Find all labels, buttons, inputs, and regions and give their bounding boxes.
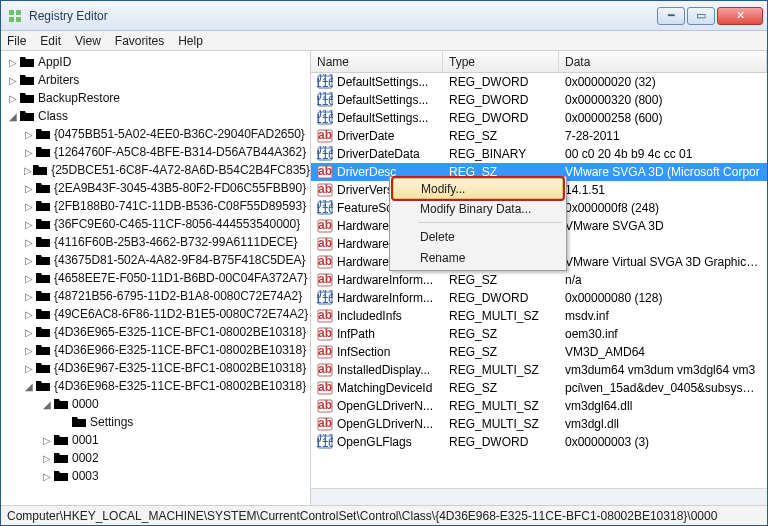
value-row[interactable]: OpenGLDriverN...REG_MULTI_SZvm3dgl.dll [311, 415, 767, 433]
value-row[interactable]: MatchingDeviceIdREG_SZpci\ven_15ad&dev_0… [311, 379, 767, 397]
minimize-button[interactable]: ━ [657, 7, 685, 25]
value-row[interactable]: DriverDateREG_SZ7-28-2011 [311, 127, 767, 145]
value-row[interactable]: HardwareInform...REG_SZn/a [311, 271, 767, 289]
tree-key-2[interactable]: ▷0001 [3, 431, 310, 449]
tree-root-0[interactable]: ▷AppID [3, 53, 310, 71]
tree-class-child-6[interactable]: ▷{4116F60B-25B3-4662-B732-99A6111DECE} [3, 233, 310, 251]
value-row[interactable]: InfSectionREG_SZVM3D_AMD64 [311, 343, 767, 361]
tree-class-child-11[interactable]: ▷{4D36E965-E325-11CE-BFC1-08002BE10318} [3, 323, 310, 341]
value-row[interactable]: OpenGLDriverN...REG_MULTI_SZvm3dgl64.dll [311, 397, 767, 415]
menu-edit[interactable]: Edit [40, 34, 61, 48]
menubar: File Edit View Favorites Help [1, 31, 767, 51]
column-headers[interactable]: Name Type Data [311, 51, 767, 73]
tree-class-child-7[interactable]: ▷{43675D81-502A-4A82-9F84-B75F418C5DEA} [3, 251, 310, 269]
maximize-button[interactable]: ▭ [687, 7, 715, 25]
value-row[interactable]: InfPathREG_SZoem30.inf [311, 325, 767, 343]
values-pane: Name Type Data DefaultSettings...REG_DWO… [311, 51, 767, 505]
content-split: ▷AppID▷Arbiters▷BackupRestore◢Class▷{047… [1, 51, 767, 505]
value-row[interactable]: DefaultSettings...REG_DWORD0x00000258 (6… [311, 109, 767, 127]
tree-class-child-14[interactable]: ◢{4D36E968-E325-11CE-BFC1-08002BE10318} [3, 377, 310, 395]
tree-class-child-5[interactable]: ▷{36FC9E60-C465-11CF-8056-444553540000} [3, 215, 310, 233]
value-row[interactable]: DefaultSettings...REG_DWORD0x00000020 (3… [311, 73, 767, 91]
value-row[interactable]: OpenGLFlagsREG_DWORD0x00000003 (3) [311, 433, 767, 451]
tree-class-child-1[interactable]: ▷{1264760F-A5C8-4BFE-B314-D56A7B44A362} [3, 143, 310, 161]
menu-favorites[interactable]: Favorites [115, 34, 164, 48]
tree-class-child-10[interactable]: ▷{49CE6AC8-6F86-11D2-B1E5-0080C72E74A2} [3, 305, 310, 323]
tree-class-child-2[interactable]: ▷{25DBCE51-6C8F-4A72-8A6D-B54C2B4FC835} [3, 161, 310, 179]
tree-class-child-12[interactable]: ▷{4D36E966-E325-11CE-BFC1-08002BE10318} [3, 341, 310, 359]
tree-class-child-13[interactable]: ▷{4D36E967-E325-11CE-BFC1-08002BE10318} [3, 359, 310, 377]
close-button[interactable]: ✕ [717, 7, 763, 25]
tree-class-child-8[interactable]: ▷{4658EE7E-F050-11D1-B6BD-00C04FA372A7} [3, 269, 310, 287]
app-icon [7, 8, 23, 24]
titlebar[interactable]: Registry Editor ━ ▭ ✕ [1, 1, 767, 31]
context-menu[interactable]: Modify...Modify Binary Data...DeleteRena… [389, 176, 567, 271]
tree-key-3[interactable]: ▷0002 [3, 449, 310, 467]
tree-key-4[interactable]: ▷0003 [3, 467, 310, 485]
ctx-item-delete[interactable]: Delete [392, 226, 564, 247]
tree-root-1[interactable]: ▷Arbiters [3, 71, 310, 89]
value-row[interactable]: DriverDateDataREG_BINARY00 c0 20 4b b9 4… [311, 145, 767, 163]
tree-class-child-3[interactable]: ▷{2EA9B43F-3045-43B5-80F2-FD06C55FBB90} [3, 179, 310, 197]
statusbar: Computer\HKEY_LOCAL_MACHINE\SYSTEM\Curre… [1, 505, 767, 525]
tree-key-1[interactable]: Settings [3, 413, 310, 431]
window-title: Registry Editor [29, 9, 655, 23]
status-path: Computer\HKEY_LOCAL_MACHINE\SYSTEM\Curre… [7, 509, 717, 523]
tree-class-child-0[interactable]: ▷{0475BB51-5A02-4EE0-B36C-29040FAD2650} [3, 125, 310, 143]
value-row[interactable]: IncludedInfsREG_MULTI_SZmsdv.inf [311, 307, 767, 325]
values-list[interactable]: DefaultSettings...REG_DWORD0x00000020 (3… [311, 73, 767, 488]
tree-key-0[interactable]: ◢0000 [3, 395, 310, 413]
tree-root-2[interactable]: ▷BackupRestore [3, 89, 310, 107]
tree-class-child-4[interactable]: ▷{2FB188B0-741C-11DB-B536-C08F55D89593} [3, 197, 310, 215]
value-row[interactable]: InstalledDisplay...REG_MULTI_SZvm3dum64 … [311, 361, 767, 379]
ctx-item-modify[interactable]: Modify... [393, 178, 563, 199]
value-row[interactable]: DefaultSettings...REG_DWORD0x00000320 (8… [311, 91, 767, 109]
value-row[interactable]: HardwareInform...REG_DWORD0x00000080 (12… [311, 289, 767, 307]
ctx-item-modify-binary-data[interactable]: Modify Binary Data... [392, 198, 564, 219]
menu-view[interactable]: View [75, 34, 101, 48]
horizontal-scrollbar[interactable] [311, 488, 767, 505]
ctx-item-rename[interactable]: Rename [392, 247, 564, 268]
menu-file[interactable]: File [7, 34, 26, 48]
col-name[interactable]: Name [311, 51, 443, 72]
col-data[interactable]: Data [559, 51, 767, 72]
tree-root-3[interactable]: ◢Class [3, 107, 310, 125]
registry-tree[interactable]: ▷AppID▷Arbiters▷BackupRestore◢Class▷{047… [1, 51, 311, 505]
app-window: Registry Editor ━ ▭ ✕ File Edit View Fav… [0, 0, 768, 526]
menu-help[interactable]: Help [178, 34, 203, 48]
tree-class-child-9[interactable]: ▷{48721B56-6795-11D2-B1A8-0080C72E74A2} [3, 287, 310, 305]
col-type[interactable]: Type [443, 51, 559, 72]
